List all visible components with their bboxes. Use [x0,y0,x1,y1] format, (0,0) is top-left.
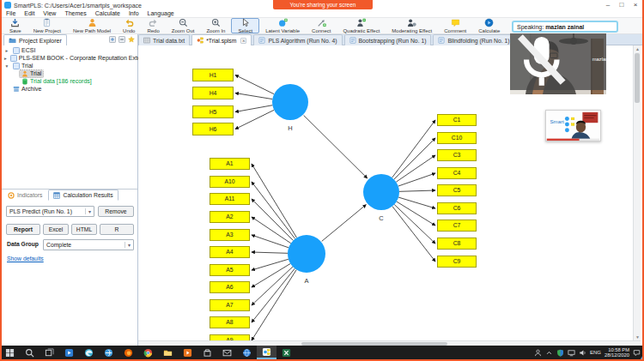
indicator-box-h5[interactable]: H5 [192,105,234,118]
minimize-button[interactable]: – [601,0,615,10]
taskbar-chrome-button[interactable] [138,346,158,359]
menu-edit[interactable]: Edit [20,10,39,17]
toolbar-undo-button[interactable]: Undo [117,18,141,33]
indicator-box-h1[interactable]: H1 [192,69,234,81]
indicator-box-a4[interactable]: A4 [210,246,250,258]
data-group-select[interactable]: Complete ▾ [43,239,134,250]
results-tab-indicators[interactable]: Indicators [3,190,46,201]
maximize-button[interactable]: □ [615,0,629,10]
indicator-box-h6[interactable]: H6 [192,123,234,135]
editor-tab-pls-algorithm-run-no-4[interactable]: PLS Algorithm (Run No. 4) [253,34,342,45]
indicator-box-a9[interactable]: A9 [210,334,250,340]
tree-item-ecsi[interactable]: ▸ECSI [2,46,137,54]
indicator-box-c5[interactable]: C5 [437,184,477,196]
vertical-scrollbar[interactable]: ▲ ▼ [633,45,641,340]
taskbar-media-player-button[interactable] [178,346,197,359]
taskbar-task-view-button[interactable] [39,346,59,359]
indicator-box-c6[interactable]: C6 [437,202,477,214]
toolbar-quadratic-effect-button[interactable]: Quadratic Effect [337,18,386,33]
toolbar-calculate-button[interactable]: Calculate [472,18,506,33]
report-button[interactable]: Report [6,224,40,235]
menu-language[interactable]: Language [143,10,179,17]
taskbar-smartpls-button[interactable] [257,346,276,359]
excel-button[interactable]: Excel [43,224,69,235]
toolbar-new-project-button[interactable]: New Project [27,18,67,33]
language-indicator[interactable]: ENG [590,350,601,355]
indicator-box-c7[interactable]: C7 [437,220,477,232]
expanded-arrow-icon[interactable]: ▾ [4,63,9,69]
editor-tab-blindfolding-run-no-1[interactable]: Blindfolding (Run No. 1) [433,34,514,45]
tab-corner-icon[interactable] [630,36,639,45]
indicator-box-a2[interactable]: A2 [210,211,250,223]
toolbar-select-button[interactable]: Select [231,18,259,33]
toolbar-redo-button[interactable]: Redo [141,18,165,33]
menu-themes[interactable]: Themes [60,10,90,17]
construct-node-c[interactable] [363,174,399,210]
indicator-box-a8[interactable]: A8 [210,316,250,328]
toolbar-moderating-effect-button[interactable]: Moderating Effect [386,18,438,33]
taskbar-firefox-button[interactable] [118,346,138,359]
indicator-box-c9[interactable]: C9 [437,256,477,268]
run-select[interactable]: PLS Predict (Run No. 1) ▾ [6,206,94,217]
scroll-down-arrow[interactable]: ▼ [634,334,641,340]
clock[interactable]: 10:58 PM 28/12/2020 [605,347,629,358]
collapsed-arrow-icon[interactable]: ▸ [4,56,7,61]
taskbar-store-button[interactable] [197,346,217,359]
taskbar-file-explorer-button[interactable] [158,346,178,359]
indicator-box-c8[interactable]: C8 [437,238,477,250]
indicator-box-c4[interactable]: C4 [437,167,477,179]
taskbar-mail-button[interactable] [217,346,237,359]
volume-icon[interactable] [579,345,586,360]
indicator-box-h4[interactable]: H4 [192,87,234,99]
toolbar-latent-variable-button[interactable]: Latent Variable [259,18,306,33]
construct-node-a[interactable] [288,235,325,273]
indicator-box-c1[interactable]: C1 [437,114,477,126]
close-tab-icon[interactable]: × [240,38,246,44]
toolbar-comment-button[interactable]: Comment [438,18,472,33]
remove-button[interactable]: Remove [98,206,134,217]
close-button[interactable]: × [629,0,642,10]
indicator-box-a11[interactable]: A11 [210,193,250,205]
editor-tab-trial-data-txt[interactable]: Trial data.txt [138,34,190,45]
menu-calculate[interactable]: Calculate [91,10,125,17]
results-tab-calculation-results[interactable]: Calculation Results [48,190,118,201]
favorite-icon[interactable] [128,36,135,43]
toolbar-save-button[interactable]: Save [3,18,27,33]
menu-file[interactable]: File [2,10,20,17]
indicator-box-a7[interactable]: A7 [210,299,250,311]
taskbar-start-button[interactable] [0,346,20,359]
tree-item-pls-sem-book-corporate-reputation-extended[interactable]: ▸PLS-SEM BOOK - Corporate Reputation Ext… [2,54,137,62]
defender-icon[interactable] [556,345,564,360]
indicator-box-a6[interactable]: A6 [210,281,250,293]
toolbar-zoom-out-button[interactable]: Zoom Out [166,18,201,33]
tree-item-trial[interactable]: ▾Trial [2,62,137,69]
indicator-box-c10[interactable]: C10 [437,132,477,144]
r-button[interactable]: R [100,224,134,235]
taskbar-edge-button[interactable] [79,346,99,359]
add-icon[interactable] [109,36,116,43]
menu-info[interactable]: Info [125,10,143,17]
taskbar-excel-button[interactable] [276,346,296,359]
editor-tab-trial-splsm[interactable]: *Trial.splsm× [191,34,252,45]
scroll-up-arrow[interactable]: ▲ [634,45,641,52]
network-icon[interactable] [568,345,575,360]
scroll-thumb[interactable] [635,53,640,103]
toolbar-zoom-in-button[interactable]: Zoom In [200,18,231,33]
action-center-icon[interactable]: 4 [633,345,641,360]
people-icon[interactable] [534,345,542,360]
collapse-icon[interactable] [118,36,125,43]
tree-item-archive[interactable]: Archive [2,85,137,93]
toolbar-connect-button[interactable]: Connect [306,18,337,33]
construct-node-h[interactable] [272,84,308,120]
indicator-box-a1[interactable]: A1 [210,158,250,170]
taskbar-search-button[interactable] [20,346,39,359]
taskbar-browser-button[interactable] [237,346,257,359]
html-button[interactable]: HTML [71,224,97,235]
editor-tab-bootstrapping-run-no-1[interactable]: Bootstrapping (Run No. 1) [344,34,432,45]
taskbar-movies-tv-button[interactable] [59,346,79,359]
collapsed-arrow-icon[interactable]: ▸ [4,48,9,53]
tree-item-trial[interactable]: Trial [2,69,137,77]
indicator-box-a3[interactable]: A3 [210,229,250,241]
toolbar-new-path-model-button[interactable]: New Path Model [67,18,117,33]
project-explorer-tab[interactable]: Project Explorer [3,34,67,45]
